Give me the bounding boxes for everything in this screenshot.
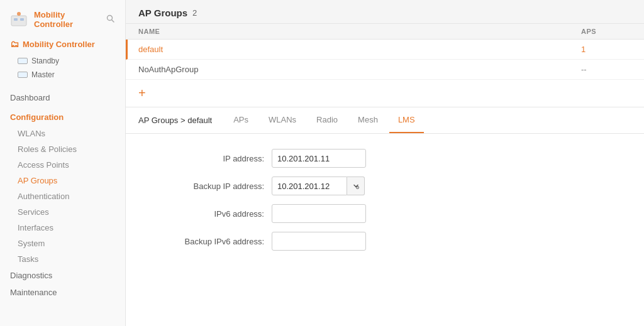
- nav-sub-services[interactable]: Services: [0, 204, 125, 220]
- sidebar-item-master[interactable]: Master: [10, 68, 115, 82]
- sidebar-item-standby[interactable]: Standby: [10, 54, 115, 68]
- detail-section: AP Groups > default APs WLANs Radio Mesh…: [126, 107, 644, 326]
- nav-sub-wlans[interactable]: WLANs: [0, 126, 125, 141]
- nav-sub-tasks[interactable]: Tasks: [0, 251, 125, 267]
- nav-item-maintenance[interactable]: Maintenance: [0, 284, 125, 301]
- ap-groups-count: 2: [192, 8, 197, 18]
- nav-menu: Dashboard Configuration WLANs Roles & Po…: [0, 89, 125, 301]
- sidebar-logo: Mobility Controller: [0, 10, 125, 39]
- form-row-backup-ip: Backup IP address:: [151, 177, 619, 195]
- ap-groups-section: AP Groups 2 NAME APs default 1 NoAuthApG…: [126, 0, 644, 107]
- nav-sub-ap-groups[interactable]: AP Groups: [0, 173, 125, 188]
- folder-icon: 🗂: [10, 39, 19, 49]
- row-aps: 1: [581, 45, 631, 54]
- row-name: NoAuthApGroup: [138, 65, 581, 74]
- node-icon: [18, 72, 28, 78]
- svg-rect-2: [20, 18, 24, 21]
- row-name: default: [138, 45, 581, 54]
- tab-wlans[interactable]: WLANs: [260, 107, 305, 133]
- ap-groups-title: AP Groups: [138, 8, 187, 18]
- main-content: AP Groups 2 NAME APs default 1 NoAuthApG…: [126, 0, 644, 326]
- nav-sub-system[interactable]: System: [0, 236, 125, 251]
- tabs-list: APs WLANs Radio Mesh LMS: [225, 107, 423, 133]
- tab-aps[interactable]: APs: [225, 107, 257, 133]
- form-row-backup-ipv6: Backup IPv6 address:: [151, 232, 619, 251]
- backup-ip-address-label: Backup IP address:: [151, 182, 264, 191]
- backup-ip-address-input[interactable]: [272, 177, 347, 195]
- nav-item-diagnostics[interactable]: Diagnostics: [0, 267, 125, 284]
- right-panel: AP Groups 2 NAME APs default 1 NoAuthApG…: [126, 0, 644, 326]
- form-row-ipv6: IPv6 address:: [151, 204, 619, 223]
- sidebar-title: Mobility Controller: [34, 10, 100, 29]
- svg-rect-0: [11, 16, 26, 26]
- svg-rect-1: [14, 18, 18, 21]
- backup-ip-dropdown-button[interactable]: [347, 177, 365, 195]
- backup-ipv6-address-label: Backup IPv6 address:: [151, 237, 264, 246]
- table-header: NAME APs: [126, 24, 644, 40]
- ip-address-label: IP address:: [151, 154, 264, 163]
- master-label: Master: [31, 70, 55, 79]
- ip-address-input[interactable]: [272, 149, 366, 168]
- svg-line-5: [112, 19, 114, 22]
- ap-groups-header: AP Groups 2: [126, 0, 644, 24]
- col-name-header: NAME: [138, 28, 581, 35]
- node-icon: [18, 58, 28, 64]
- col-aps-header: APs: [581, 28, 631, 35]
- nav-sub-roles-policies[interactable]: Roles & Policies: [0, 141, 125, 157]
- lms-form: IP address: Backup IP address:: [126, 134, 644, 274]
- add-ap-group-button[interactable]: +: [126, 80, 158, 107]
- search-icon[interactable]: [106, 14, 115, 25]
- nav-sub-authentication[interactable]: Authentication: [0, 188, 125, 204]
- tab-mesh[interactable]: Mesh: [349, 107, 387, 133]
- svg-point-3: [17, 12, 21, 16]
- tab-radio[interactable]: Radio: [308, 107, 347, 133]
- nav-item-dashboard[interactable]: Dashboard: [0, 89, 125, 106]
- device-group-label: Mobility Controller: [23, 40, 95, 49]
- breadcrumb: AP Groups > default: [138, 108, 212, 133]
- nav-sub-access-points[interactable]: Access Points: [0, 157, 125, 173]
- tab-lms[interactable]: LMS: [389, 107, 424, 133]
- backup-ip-input-group: [272, 177, 365, 195]
- device-section: 🗂 Mobility Controller Standby Master: [0, 39, 125, 89]
- logo-icon: [10, 10, 28, 29]
- backup-ipv6-address-input[interactable]: [272, 232, 366, 251]
- form-row-ip: IP address:: [151, 149, 619, 168]
- row-aps: --: [581, 65, 631, 74]
- standby-label: Standby: [31, 57, 59, 65]
- table-row[interactable]: NoAuthApGroup --: [126, 60, 644, 80]
- sidebar: Mobility Controller 🗂 Mobility Controlle…: [0, 0, 126, 326]
- ap-groups-table: NAME APs default 1 NoAuthApGroup --: [126, 24, 644, 80]
- nav-section-configuration: Configuration: [0, 106, 125, 126]
- device-header: 🗂 Mobility Controller: [10, 39, 115, 49]
- detail-tabs-row: AP Groups > default APs WLANs Radio Mesh…: [126, 107, 644, 134]
- nav-sub-interfaces[interactable]: Interfaces: [0, 220, 125, 236]
- table-row[interactable]: default 1: [126, 40, 644, 60]
- ipv6-address-label: IPv6 address:: [151, 209, 264, 219]
- ipv6-address-input[interactable]: [272, 204, 366, 223]
